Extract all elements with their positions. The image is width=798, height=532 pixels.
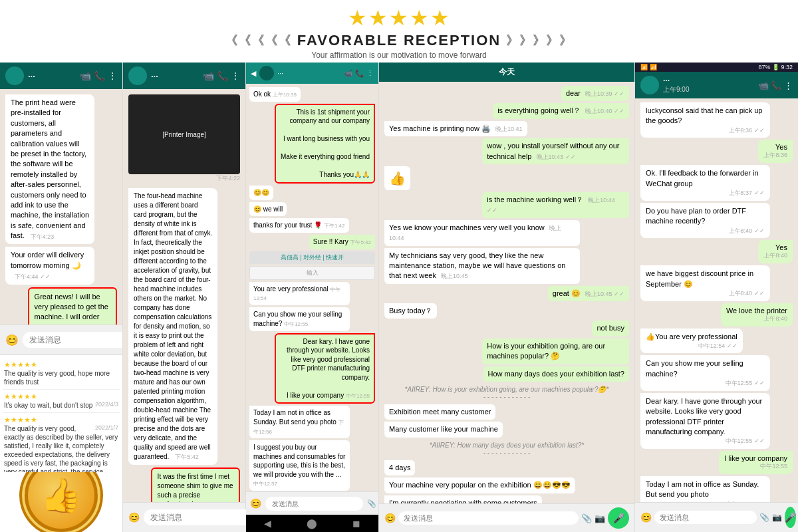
review-2: ★★★★★ 2022/4/3 It's okay to wait, but do… xyxy=(3,390,120,413)
right-msg-1: luckyconsol said that he can pick up the… xyxy=(640,102,770,138)
msg-4-19: Your machine very popular on the exhibit… xyxy=(384,477,575,493)
msg-4-1: dear 晚上10:39 ✓✓ xyxy=(561,86,629,101)
msg-3-3: 😊😊 xyxy=(249,186,273,200)
nav-back[interactable]: ◀ xyxy=(264,518,271,529)
chat-input-3[interactable] xyxy=(265,497,363,511)
msg-3-7: You are very professional 中午12:54 xyxy=(249,282,350,306)
msg-4-10: Busy today？ xyxy=(384,303,437,319)
msg-2-1: The four-head machine uses a different b… xyxy=(128,188,217,465)
chat-messages-4: dear 晚上10:39 ✓✓ is everything going well… xyxy=(379,82,634,503)
reviews-section: ★★★★★ The quality is very good, hope mor… xyxy=(0,355,122,472)
right-msg-2: Yes 上午8:36 xyxy=(758,140,793,163)
right-msg-11: I like your company 中午12:55 xyxy=(719,451,793,474)
msg-4-4: wow , you install yourself without any o… xyxy=(482,138,629,164)
status-bar: 📶 📶 87% 🔋 9:32 xyxy=(635,63,798,72)
msg-4-7: Yes we know your machines very well you … xyxy=(384,220,580,246)
right-chat-input[interactable] xyxy=(654,511,757,524)
msg-4-15: Exhibition meet many customer xyxy=(384,404,495,420)
msg-3-6: Sure !! Kary 下午5:42 xyxy=(309,235,375,249)
quick-reply-area[interactable]: 高佃高 | 对外经 | 快速开 xyxy=(249,251,375,264)
chat-name-1: ··· xyxy=(28,71,76,81)
thumbs-icon: 👍 xyxy=(25,472,98,532)
right-msg-4: Do you have plan to order DTF machine re… xyxy=(640,203,770,238)
right-chat-panel: 📶 📶 87% 🔋 9:32 ··· 上午9:00 📹 📞 ⋮ luckycon… xyxy=(635,63,798,532)
msg-4-8: My technicians say very good, they like … xyxy=(384,248,580,284)
msg-4-11: not busy xyxy=(592,321,629,336)
chat-input-bar-4: 😊 📎 📷 🎤 xyxy=(379,503,634,532)
msg-4-14-system: *AIIREY: How is your exhibition going, a… xyxy=(384,386,629,400)
col3-panel: ◀ ··· 📹 📞 ⋮ Ok ok 上午10:39 This is 1st sh… xyxy=(246,63,379,532)
chat-input-bar-1: 😊 📎 📷 🎤 xyxy=(0,325,122,354)
msg-4-2: is everything going well？ 晚上10:40 ✓✓ xyxy=(493,103,629,118)
right-input-bar: 😊 📎 📷 🎤 xyxy=(635,502,798,532)
chat-messages-2: [Printer Image] 下午4:22 The four-head mac… xyxy=(123,89,245,502)
chat-input-bar-2: 😊 📎 🎤 xyxy=(123,502,245,532)
msg-4-12: How is your exhibition going, are our ma… xyxy=(482,338,629,364)
chat-window-1: ··· 📹 📞 ⋮ The print head were pre-instal… xyxy=(0,63,122,354)
chat-name-3: ··· xyxy=(277,69,340,77)
main-content: ··· 📹 📞 ⋮ The print head were pre-instal… xyxy=(0,63,798,532)
input-area-3[interactable]: 输入 xyxy=(249,266,375,280)
chat-input-2[interactable] xyxy=(144,509,257,525)
chat-header-3: ◀ ··· 📹 📞 ⋮ xyxy=(246,63,378,84)
chat-icons-2: 📹 📞 ⋮ xyxy=(203,70,240,81)
chat-header-1: ··· 📹 📞 ⋮ xyxy=(0,63,122,89)
right-chat-header: ··· 上午9:00 📹 📞 ⋮ xyxy=(635,72,798,98)
chat-header-4: 今天 xyxy=(379,63,634,82)
chat-window-4: 今天 dear 晚上10:39 ✓✓ is everything going w… xyxy=(379,63,634,532)
msg-4-9: great 😊 晚上10:45 ✓✓ xyxy=(548,286,629,301)
right-msg-8: 👍You are very professional 中午12:54 ✓✓ xyxy=(640,329,743,354)
chat-messages-3: Ok ok 上午10:39 This is 1st shipment your … xyxy=(246,84,378,491)
msg-1-1: The print head were pre-installed for cu… xyxy=(5,94,94,244)
right-chat-messages: luckyconsol said that he can pick up the… xyxy=(635,98,798,502)
chat-input-1[interactable] xyxy=(23,332,123,348)
col5-panel: 📶 📶 87% 🔋 9:32 ··· 上午9:00 📹 📞 ⋮ luckycon… xyxy=(635,63,798,532)
chat-window-2: ··· 📹 📞 ⋮ [Printer Image] 下午4:22 The fou… xyxy=(123,63,245,532)
nav-recent[interactable]: ◼ xyxy=(352,518,360,529)
chat-window-3: ◀ ··· 📹 📞 ⋮ Ok ok 上午10:39 This is 1st sh… xyxy=(246,63,378,532)
col1-chat: ··· 📹 📞 ⋮ The print head were pre-instal… xyxy=(0,63,122,355)
right-msg-10: Dear kary. I have gone through your webs… xyxy=(640,393,770,449)
right-contact-name: ··· xyxy=(663,76,754,85)
chat-input-4[interactable] xyxy=(398,511,579,525)
msg-3-2: This is 1st shipment your company and ou… xyxy=(275,104,375,184)
right-msg-3: Ok. I'll feedback to the forwarder in We… xyxy=(640,165,770,200)
nav-home[interactable]: ⬤ xyxy=(307,518,317,529)
right-send-btn[interactable]: 🎤 xyxy=(785,507,796,528)
msg-3-11: I suggest you buy our machines and consu… xyxy=(249,440,350,491)
msg-1-2: Your order will delivery tomorrow mornin… xyxy=(5,247,94,284)
msg-4-16: Many customer like your machine xyxy=(384,422,503,437)
msg-3-10: Today I am not in office as Sunday. But … xyxy=(249,406,350,438)
page-header: ★★★★★ 《《《《《 FAVORABLE RECEPTION 》》》》》 Yo… xyxy=(0,0,798,63)
android-nav: ◀ ⬤ ◼ xyxy=(246,515,378,532)
right-msg-love-printer: We love the printer 上午8:40 xyxy=(721,303,793,327)
review-3: ★★★★★ 2022/1/7 The quality is very good,… xyxy=(3,413,120,472)
col2-panel: ··· 📹 📞 ⋮ [Printer Image] 下午4:22 The fou… xyxy=(123,63,246,532)
avatar-2 xyxy=(128,66,147,85)
msg-4-6: is the machine working well？ 晚上10:44 ✓✓ xyxy=(482,192,629,218)
msg-4-20: I'm currently negotiating with some cust… xyxy=(384,495,542,503)
chat-messages-1: The print head were pre-installed for cu… xyxy=(0,89,122,325)
msg-4-18: 4 days xyxy=(384,460,415,475)
chat-name-2: ··· xyxy=(151,71,199,81)
msg-1-3: Great news! I will be very pleased to ge… xyxy=(28,287,117,325)
msg-3-8: Can you show me your selling machine? 中午… xyxy=(249,307,350,331)
chat-icons-1: 📹 📞 ⋮ xyxy=(80,70,117,81)
left-chevrons: 《《《《《 xyxy=(225,33,292,49)
msg-2-2: It was the first time I met someone shim… xyxy=(151,467,240,502)
right-msg-12: Today I am not in office as Sunday. But … xyxy=(640,476,770,502)
star-rating: ★★★★★ xyxy=(0,5,798,31)
right-avatar xyxy=(640,76,659,94)
msg-4-3: Yes machine is printing now 🖨️ 晚上10:41 xyxy=(384,121,527,136)
msg-3-5: thanks for your trust 🌹 下午1:42 xyxy=(249,218,349,233)
msg-4-17-system: *AIIREY: How many days does your exhibit… xyxy=(384,442,629,456)
review-1: ★★★★★ The quality is very good, hope mor… xyxy=(3,358,120,390)
msg-3-1: Ok ok 上午10:39 xyxy=(249,87,301,102)
right-msg-5: Yes 上午8:40 xyxy=(758,240,793,263)
send-btn-4[interactable]: 🎤 xyxy=(608,507,629,529)
right-msg-9: Can you show me your selling machine? 中午… xyxy=(640,355,770,390)
avatar-1 xyxy=(5,66,24,85)
msg-4-13: How many days does your exhibition last? xyxy=(483,366,629,382)
col2-img: [Printer Image] 下午4:22 xyxy=(128,94,240,183)
msg-3-4: 😊 we will xyxy=(249,202,287,217)
